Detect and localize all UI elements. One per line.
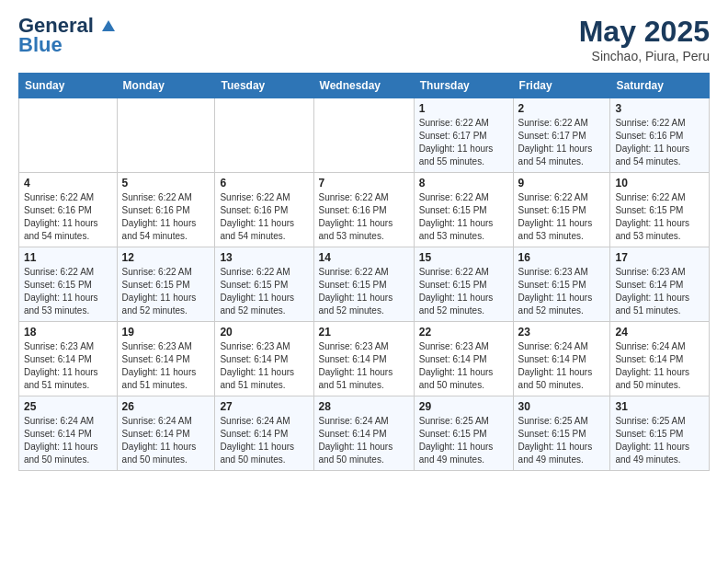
col-header-saturday: Saturday	[610, 74, 710, 98]
day-info: Sunrise: 6:23 AM Sunset: 6:14 PM Dayligh…	[122, 340, 210, 392]
day-cell: 5Sunrise: 6:22 AM Sunset: 6:16 PM Daylig…	[117, 173, 215, 247]
day-cell	[117, 98, 215, 173]
day-info: Sunrise: 6:22 AM Sunset: 6:16 PM Dayligh…	[615, 117, 704, 168]
day-cell: 26Sunrise: 6:24 AM Sunset: 6:14 PM Dayli…	[117, 396, 215, 471]
day-info: Sunrise: 6:25 AM Sunset: 6:15 PM Dayligh…	[615, 415, 704, 466]
day-cell: 18Sunrise: 6:23 AM Sunset: 6:14 PM Dayli…	[19, 322, 118, 396]
day-info: Sunrise: 6:22 AM Sunset: 6:15 PM Dayligh…	[419, 266, 508, 317]
day-info: Sunrise: 6:22 AM Sunset: 6:16 PM Dayligh…	[220, 191, 308, 243]
col-header-friday: Friday	[513, 74, 610, 98]
day-cell: 2Sunrise: 6:22 AM Sunset: 6:17 PM Daylig…	[513, 98, 610, 173]
day-cell: 27Sunrise: 6:24 AM Sunset: 6:14 PM Dayli…	[215, 396, 313, 471]
day-info: Sunrise: 6:24 AM Sunset: 6:14 PM Dayligh…	[518, 340, 606, 392]
day-number: 7	[319, 177, 409, 190]
day-cell: 8Sunrise: 6:22 AM Sunset: 6:15 PM Daylig…	[414, 173, 513, 247]
day-number: 5	[122, 177, 210, 190]
day-cell: 9Sunrise: 6:22 AM Sunset: 6:15 PM Daylig…	[513, 173, 610, 247]
day-info: Sunrise: 6:24 AM Sunset: 6:14 PM Dayligh…	[122, 415, 210, 466]
day-number: 16	[518, 251, 606, 264]
day-cell	[215, 98, 313, 173]
day-info: Sunrise: 6:24 AM Sunset: 6:14 PM Dayligh…	[319, 415, 409, 466]
day-info: Sunrise: 6:24 AM Sunset: 6:14 PM Dayligh…	[24, 415, 112, 466]
title-block: May 2025 Sinchao, Piura, Peru	[579, 15, 710, 63]
col-header-thursday: Thursday	[414, 74, 513, 98]
day-cell: 19Sunrise: 6:23 AM Sunset: 6:14 PM Dayli…	[117, 322, 215, 396]
day-cell: 7Sunrise: 6:22 AM Sunset: 6:16 PM Daylig…	[313, 173, 414, 247]
day-number: 29	[419, 400, 508, 413]
day-cell: 10Sunrise: 6:22 AM Sunset: 6:15 PM Dayli…	[610, 173, 710, 247]
day-number: 3	[615, 102, 704, 115]
day-number: 17	[615, 251, 704, 264]
day-number: 21	[319, 326, 409, 339]
day-info: Sunrise: 6:22 AM Sunset: 6:16 PM Dayligh…	[122, 191, 210, 243]
day-info: Sunrise: 6:22 AM Sunset: 6:17 PM Dayligh…	[518, 117, 606, 168]
day-info: Sunrise: 6:22 AM Sunset: 6:16 PM Dayligh…	[24, 191, 112, 243]
location-subtitle: Sinchao, Piura, Peru	[579, 49, 710, 63]
day-info: Sunrise: 6:22 AM Sunset: 6:15 PM Dayligh…	[518, 191, 606, 243]
day-cell: 12Sunrise: 6:22 AM Sunset: 6:15 PM Dayli…	[117, 247, 215, 322]
day-info: Sunrise: 6:23 AM Sunset: 6:14 PM Dayligh…	[419, 340, 508, 392]
day-info: Sunrise: 6:25 AM Sunset: 6:15 PM Dayligh…	[518, 415, 606, 466]
day-number: 13	[220, 251, 308, 264]
day-info: Sunrise: 6:23 AM Sunset: 6:14 PM Dayligh…	[615, 266, 704, 317]
day-cell: 17Sunrise: 6:23 AM Sunset: 6:14 PM Dayli…	[610, 247, 710, 322]
page: General Blue May 2025 Sinchao, Piura, Pe…	[0, 0, 728, 486]
day-number: 18	[24, 326, 112, 339]
day-info: Sunrise: 6:23 AM Sunset: 6:14 PM Dayligh…	[319, 340, 409, 392]
day-number: 12	[122, 251, 210, 264]
day-number: 8	[419, 177, 508, 190]
day-number: 23	[518, 326, 606, 339]
day-number: 25	[24, 400, 112, 413]
day-cell: 20Sunrise: 6:23 AM Sunset: 6:14 PM Dayli…	[215, 322, 313, 396]
day-info: Sunrise: 6:22 AM Sunset: 6:15 PM Dayligh…	[319, 266, 409, 317]
day-number: 10	[615, 177, 704, 190]
day-cell: 31Sunrise: 6:25 AM Sunset: 6:15 PM Dayli…	[610, 396, 710, 471]
day-info: Sunrise: 6:22 AM Sunset: 6:16 PM Dayligh…	[319, 191, 409, 243]
day-info: Sunrise: 6:24 AM Sunset: 6:14 PM Dayligh…	[615, 340, 704, 392]
week-row-5: 25Sunrise: 6:24 AM Sunset: 6:14 PM Dayli…	[19, 396, 710, 471]
day-cell: 3Sunrise: 6:22 AM Sunset: 6:16 PM Daylig…	[610, 98, 710, 173]
day-number: 14	[319, 251, 409, 264]
logo-icon	[100, 18, 117, 35]
day-number: 30	[518, 400, 606, 413]
month-title: May 2025	[579, 15, 710, 49]
day-cell: 4Sunrise: 6:22 AM Sunset: 6:16 PM Daylig…	[19, 173, 118, 247]
col-header-wednesday: Wednesday	[313, 74, 414, 98]
col-header-monday: Monday	[117, 74, 215, 98]
day-number: 24	[615, 326, 704, 339]
col-header-sunday: Sunday	[19, 74, 118, 98]
day-number: 20	[220, 326, 308, 339]
day-cell: 22Sunrise: 6:23 AM Sunset: 6:14 PM Dayli…	[414, 322, 513, 396]
day-cell: 13Sunrise: 6:22 AM Sunset: 6:15 PM Dayli…	[215, 247, 313, 322]
day-info: Sunrise: 6:23 AM Sunset: 6:14 PM Dayligh…	[24, 340, 112, 392]
day-number: 19	[122, 326, 210, 339]
day-info: Sunrise: 6:22 AM Sunset: 6:15 PM Dayligh…	[615, 191, 704, 243]
header: General Blue May 2025 Sinchao, Piura, Pe…	[18, 15, 710, 63]
logo: General Blue	[18, 15, 118, 57]
day-number: 6	[220, 177, 308, 190]
day-info: Sunrise: 6:22 AM Sunset: 6:15 PM Dayligh…	[220, 266, 308, 317]
day-cell: 25Sunrise: 6:24 AM Sunset: 6:14 PM Dayli…	[19, 396, 118, 471]
day-number: 2	[518, 102, 606, 115]
day-cell: 29Sunrise: 6:25 AM Sunset: 6:15 PM Dayli…	[414, 396, 513, 471]
day-info: Sunrise: 6:25 AM Sunset: 6:15 PM Dayligh…	[419, 415, 508, 466]
day-info: Sunrise: 6:22 AM Sunset: 6:15 PM Dayligh…	[24, 266, 112, 317]
day-cell: 1Sunrise: 6:22 AM Sunset: 6:17 PM Daylig…	[414, 98, 513, 173]
day-info: Sunrise: 6:22 AM Sunset: 6:15 PM Dayligh…	[122, 266, 210, 317]
day-number: 9	[518, 177, 606, 190]
day-number: 15	[419, 251, 508, 264]
day-info: Sunrise: 6:22 AM Sunset: 6:17 PM Dayligh…	[419, 117, 508, 168]
day-cell: 6Sunrise: 6:22 AM Sunset: 6:16 PM Daylig…	[215, 173, 313, 247]
calendar-table: SundayMondayTuesdayWednesdayThursdayFrid…	[18, 73, 710, 471]
day-info: Sunrise: 6:22 AM Sunset: 6:15 PM Dayligh…	[419, 191, 508, 243]
day-cell: 14Sunrise: 6:22 AM Sunset: 6:15 PM Dayli…	[313, 247, 414, 322]
day-cell: 28Sunrise: 6:24 AM Sunset: 6:14 PM Dayli…	[313, 396, 414, 471]
day-info: Sunrise: 6:23 AM Sunset: 6:14 PM Dayligh…	[220, 340, 308, 392]
day-number: 1	[419, 102, 508, 115]
day-cell: 30Sunrise: 6:25 AM Sunset: 6:15 PM Dayli…	[513, 396, 610, 471]
day-number: 28	[319, 400, 409, 413]
day-cell: 24Sunrise: 6:24 AM Sunset: 6:14 PM Dayli…	[610, 322, 710, 396]
day-info: Sunrise: 6:24 AM Sunset: 6:14 PM Dayligh…	[220, 415, 308, 466]
day-number: 26	[122, 400, 210, 413]
day-cell: 16Sunrise: 6:23 AM Sunset: 6:15 PM Dayli…	[513, 247, 610, 322]
